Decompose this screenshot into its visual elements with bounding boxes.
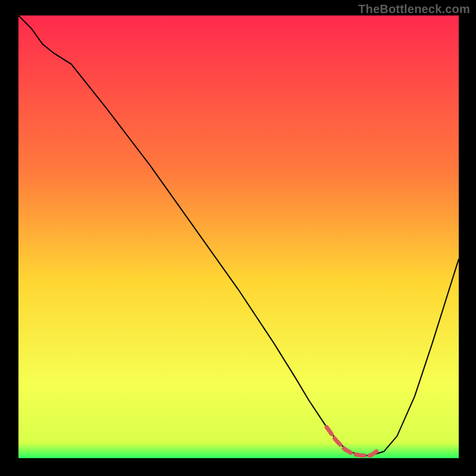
bottleneck-chart <box>0 0 476 476</box>
watermark-text: TheBottleneck.com <box>358 2 470 16</box>
plot-background <box>18 15 459 458</box>
chart-stage: TheBottleneck.com <box>0 0 476 476</box>
